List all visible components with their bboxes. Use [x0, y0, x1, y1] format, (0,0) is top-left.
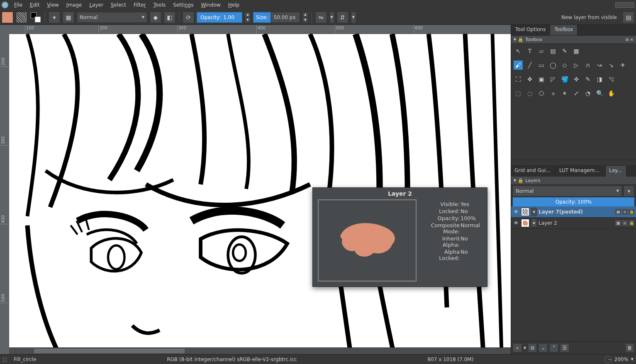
- transform-tool[interactable]: ▣: [537, 75, 546, 84]
- zoom-level[interactable]: 200%: [614, 357, 629, 362]
- layer-blend-combo[interactable]: Normal ▼: [513, 186, 622, 197]
- close-button[interactable]: [629, 2, 634, 8]
- maximize-button[interactable]: [622, 2, 628, 8]
- tab-lut[interactable]: LUT Managem...: [556, 166, 606, 177]
- mirror-v-button[interactable]: ⇵: [337, 12, 348, 23]
- menu-view[interactable]: View: [44, 1, 62, 9]
- freehand-path-tool[interactable]: ↝: [595, 61, 604, 70]
- line-tool[interactable]: ╱: [525, 61, 534, 70]
- brush-preset-swatch[interactable]: [2, 12, 13, 23]
- eraser-mode-button[interactable]: ▾: [49, 12, 60, 23]
- menu-select[interactable]: Select: [107, 1, 129, 9]
- measure-tool[interactable]: ◹: [607, 75, 616, 84]
- lock-icon[interactable]: 🔒: [629, 220, 634, 226]
- tab-toolbox[interactable]: Toolbox: [550, 25, 578, 35]
- scrollbar-horizontal[interactable]: [9, 347, 511, 354]
- deform-tool[interactable]: ◸: [548, 75, 558, 84]
- visibility-toggle[interactable]: 👁: [513, 209, 519, 215]
- move-tool[interactable]: ✥: [525, 75, 534, 84]
- opacity-spinner[interactable]: ▲▼: [245, 12, 251, 23]
- polygon-select-tool[interactable]: ⬠: [537, 89, 546, 98]
- pan-tool[interactable]: ✋: [607, 89, 616, 98]
- layer-thumbnail[interactable]: [521, 219, 529, 227]
- size-spinner[interactable]: ▲▼: [302, 12, 308, 23]
- ruler-horizontal[interactable]: 100 200 300 400 500 600: [9, 25, 511, 34]
- layer-mask-icon[interactable]: ▪: [531, 219, 537, 227]
- rect-tool[interactable]: ▭: [537, 61, 546, 70]
- menu-filter[interactable]: Filter: [130, 1, 149, 9]
- lasso-select-tool[interactable]: ⟡: [548, 89, 558, 98]
- bezier-select-tool[interactable]: ◔: [583, 89, 592, 98]
- size-field[interactable]: Size: 50.00 px: [253, 12, 300, 23]
- visibility-toggle[interactable]: 👁: [513, 220, 519, 226]
- dyna-tool[interactable]: ↘: [607, 61, 616, 70]
- bezier-tool[interactable]: ∩: [583, 61, 592, 70]
- layers-header[interactable]: ▼ 🔒 Layers: [511, 177, 636, 185]
- menu-tools[interactable]: Tools: [150, 1, 169, 9]
- menu-settings[interactable]: Settings: [170, 1, 197, 9]
- inherit-alpha-icon[interactable]: ▦: [615, 220, 621, 226]
- layer-name[interactable]: Layer 2: [539, 220, 614, 226]
- calligraphy-tool[interactable]: ▤: [548, 46, 558, 56]
- pencil-tool[interactable]: ✎: [560, 46, 569, 56]
- layer-row[interactable]: 👁 ▪ Layer 7(pasted) ▦ α 🔒: [511, 206, 636, 218]
- dropdown-icon[interactable]: ▼: [524, 346, 526, 350]
- alpha-lock-button[interactable]: ▦: [63, 12, 74, 23]
- add-layer-button[interactable]: ＋: [513, 343, 522, 352]
- scrollbar-thumb[interactable]: [34, 349, 185, 353]
- lock-icon[interactable]: 🔒: [629, 209, 634, 215]
- float-icon[interactable]: ⧉: [626, 37, 629, 42]
- panel-resizer[interactable]: · · · · ·: [511, 160, 636, 166]
- pattern-swatch[interactable]: [16, 12, 27, 23]
- layer-opacity-slider[interactable]: Opacity: 100%: [513, 197, 634, 206]
- alpha-lock-icon[interactable]: α: [622, 209, 628, 215]
- menu-edit[interactable]: Edit: [27, 1, 43, 9]
- layer-name[interactable]: Layer 7(pasted): [539, 209, 614, 215]
- workspace-chooser-button[interactable]: ▤: [623, 12, 634, 23]
- crop-tool[interactable]: ⛶: [514, 75, 523, 84]
- delete-layer-button[interactable]: 🗑: [625, 343, 634, 352]
- picker-tool[interactable]: ✜: [572, 75, 581, 84]
- mirror-v-dropdown[interactable]: ▼: [351, 12, 356, 23]
- layer-row[interactable]: 👁 ▪ Layer 2 ▦ α 🔒: [511, 218, 636, 229]
- menu-window[interactable]: Window: [197, 1, 224, 9]
- layer-filter-button[interactable]: ▾: [624, 186, 634, 197]
- inherit-alpha-icon[interactable]: ▦: [615, 209, 621, 215]
- edit-shapes-tool[interactable]: ▱: [537, 46, 546, 56]
- tab-grid-guides[interactable]: Grid and Gui...: [511, 166, 556, 177]
- pattern-tool[interactable]: ▦: [572, 46, 581, 56]
- similar-select-tool[interactable]: ⤢: [572, 89, 581, 98]
- fill-tool[interactable]: 🪣: [560, 75, 569, 84]
- smart-fill-tool[interactable]: ✎: [583, 75, 592, 84]
- ellipse-select-tool[interactable]: ◌: [525, 89, 534, 98]
- opacity-field[interactable]: Opacity: 1.00: [197, 12, 242, 23]
- close-icon[interactable]: ✕: [630, 37, 634, 42]
- gradient-tool[interactable]: ◨: [595, 75, 604, 84]
- polygon-tool[interactable]: ◇: [560, 61, 569, 70]
- rotation-dial[interactable]: [604, 356, 612, 363]
- ellipse-tool[interactable]: ◯: [548, 61, 558, 70]
- zoom-tool[interactable]: 🔍: [595, 89, 604, 98]
- brush-tool[interactable]: 🖌: [514, 61, 523, 70]
- menu-image[interactable]: Image: [63, 1, 85, 9]
- alpha-lock-icon[interactable]: α: [622, 220, 628, 226]
- blend-mode-combo[interactable]: Normal ▼: [77, 12, 147, 23]
- color-profile[interactable]: RGB (8-bit integer/channel) sRGB-elle-V2…: [167, 357, 297, 362]
- layer-properties-button[interactable]: ☰: [560, 343, 569, 352]
- move-up-button[interactable]: ⌃: [549, 343, 558, 352]
- layer-mask-icon[interactable]: ▪: [531, 208, 537, 216]
- ruler-vertical[interactable]: 200 300 400 500: [0, 34, 9, 347]
- text-tool[interactable]: T: [525, 46, 534, 56]
- multibrush-tool[interactable]: ✈: [618, 61, 627, 70]
- cursor-tool[interactable]: ↖: [514, 46, 523, 56]
- mirror-h-button[interactable]: ⇋: [315, 12, 327, 23]
- tab-tool-options[interactable]: Tool Options: [511, 25, 550, 35]
- minimize-button[interactable]: [615, 2, 621, 8]
- move-down-button[interactable]: ⌄: [539, 343, 548, 352]
- toolbox-header[interactable]: ▼ 🔒 Toolbox ⧉✕: [511, 36, 636, 44]
- layer-thumbnail[interactable]: [521, 208, 529, 216]
- preserve-alpha-button[interactable]: ◧: [164, 12, 175, 23]
- menu-help[interactable]: Help: [225, 1, 243, 9]
- tab-layers[interactable]: Lay...: [606, 166, 626, 177]
- menu-layer[interactable]: Layer: [86, 1, 106, 9]
